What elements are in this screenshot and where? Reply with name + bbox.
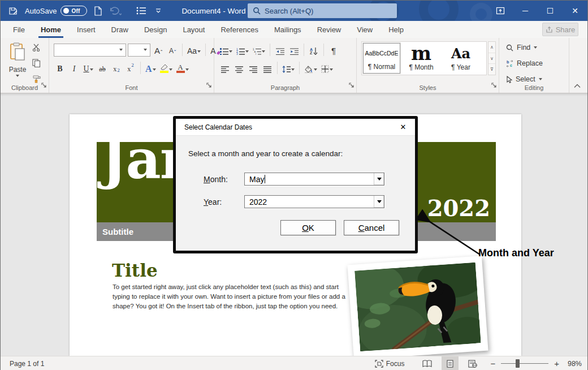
tab-design[interactable]: Design: [136, 21, 175, 38]
style-card-normal[interactable]: AaBbCcDdE ¶ Normal: [363, 43, 400, 74]
new-document-icon[interactable]: [94, 6, 102, 16]
month-combobox[interactable]: May: [244, 173, 384, 186]
ok-button[interactable]: OK: [280, 220, 336, 235]
shrink-font-button[interactable]: Aˇ: [166, 43, 179, 57]
web-layout-button[interactable]: [463, 356, 482, 370]
gallery-scroll-down-icon[interactable]: ∨: [488, 53, 495, 64]
autosave-toggle[interactable]: AutoSave Off: [25, 6, 87, 16]
show-hide-pilcrow-button[interactable]: ¶: [327, 43, 340, 57]
numbering-button[interactable]: 123: [235, 43, 250, 57]
change-case-button[interactable]: Aa: [186, 43, 202, 57]
replace-button[interactable]: bc Replace: [506, 57, 569, 70]
tab-layout[interactable]: Layout: [175, 21, 213, 38]
year-combobox[interactable]: 2022: [244, 195, 384, 208]
grow-font-button[interactable]: Aˆ: [152, 43, 165, 57]
align-center-button[interactable]: [233, 61, 245, 75]
italic-button[interactable]: I: [68, 61, 80, 75]
share-button[interactable]: Share: [542, 23, 578, 36]
shading-button[interactable]: [303, 61, 318, 75]
copy-icon[interactable]: [32, 59, 41, 70]
tab-insert[interactable]: Insert: [69, 21, 103, 38]
paragraph-dialog-launcher-icon[interactable]: [349, 80, 354, 91]
photo-frame[interactable]: [347, 256, 488, 360]
focus-mode-button[interactable]: Focus: [370, 356, 410, 370]
close-button[interactable]: ✕: [563, 1, 587, 21]
highlight-color-button[interactable]: [159, 61, 174, 75]
style-card-month[interactable]: m ¶ Month: [403, 43, 440, 74]
tab-references[interactable]: References: [213, 21, 266, 38]
read-mode-button[interactable]: [417, 356, 437, 370]
zoom-in-button[interactable]: +: [553, 359, 560, 368]
tab-help[interactable]: Help: [381, 21, 412, 38]
ribbon-display-options-icon[interactable]: [488, 1, 513, 21]
borders-button[interactable]: [320, 61, 334, 75]
justify-button[interactable]: [261, 61, 274, 75]
decrease-indent-icon: [276, 48, 284, 55]
quick-access-list-icon[interactable]: [136, 7, 146, 15]
tab-view[interactable]: View: [349, 21, 381, 38]
chevron-down-icon: [90, 68, 93, 71]
bullets-button[interactable]: [219, 43, 234, 57]
cut-icon[interactable]: [32, 44, 41, 54]
paste-button[interactable]: Paste: [5, 42, 30, 77]
line-spacing-button[interactable]: [281, 61, 296, 75]
font-name-combobox[interactable]: [54, 44, 126, 57]
underline-button[interactable]: U: [82, 61, 94, 75]
dialog-title: Select Calendar Dates: [184, 123, 397, 131]
bold-button[interactable]: B: [54, 61, 66, 75]
subscript-button[interactable]: x2: [110, 61, 123, 75]
chevron-down-icon: [119, 49, 123, 51]
styles-dialog-launcher-icon[interactable]: [491, 80, 497, 91]
gallery-scroll-up-icon[interactable]: ∧: [488, 42, 495, 53]
font-dialog-launcher-icon[interactable]: [206, 80, 212, 91]
tab-draw[interactable]: Draw: [103, 21, 136, 38]
multilevel-list-button[interactable]: 1ai: [252, 43, 266, 57]
tab-mailings[interactable]: Mailings: [266, 21, 309, 38]
month-dropdown-button[interactable]: [374, 173, 384, 185]
tab-home[interactable]: Home: [33, 21, 69, 38]
autosave-switch[interactable]: Off: [60, 6, 87, 16]
maximize-button[interactable]: ☐: [538, 1, 563, 21]
cancel-button[interactable]: Cancel: [344, 220, 399, 235]
find-button[interactable]: Find: [506, 41, 569, 54]
dialog-close-icon[interactable]: ✕: [397, 123, 409, 131]
align-left-button[interactable]: [219, 61, 231, 75]
strikethrough-button[interactable]: ab: [96, 61, 109, 75]
increase-indent-button[interactable]: [288, 43, 300, 57]
zoom-slider-thumb[interactable]: [516, 359, 520, 368]
save-icon[interactable]: [8, 6, 18, 16]
chevron-down-icon: [539, 78, 542, 80]
undo-icon[interactable]: [109, 6, 122, 15]
sort-button[interactable]: A Z: [308, 43, 320, 57]
chevron-down-icon: [262, 50, 265, 53]
style-card-year[interactable]: Aa ¶ Year: [442, 43, 479, 74]
zoom-level[interactable]: 98%: [560, 360, 582, 368]
zoom-slider[interactable]: [501, 363, 548, 364]
align-right-button[interactable]: [247, 61, 260, 75]
document-body-text[interactable]: To get started right away, just click an…: [113, 282, 352, 311]
font-color-button[interactable]: A: [175, 61, 190, 75]
dropdown-arrow-icon: [377, 178, 382, 180]
page-indicator[interactable]: Page 1 of 1: [1, 360, 44, 368]
decrease-indent-button[interactable]: [274, 43, 286, 57]
document-title: Document4 - Word: [181, 7, 245, 15]
focus-label: Focus: [386, 360, 405, 368]
text-effects-button[interactable]: A: [144, 61, 157, 75]
zoom-out-button[interactable]: −: [489, 359, 496, 368]
document-title-placeholder[interactable]: Title: [112, 260, 158, 281]
superscript-button[interactable]: x2: [124, 61, 137, 75]
clipboard-dialog-launcher-icon[interactable]: [41, 80, 47, 91]
year-dropdown-button[interactable]: [374, 196, 384, 208]
select-button[interactable]: Select: [506, 73, 569, 85]
print-layout-button[interactable]: [442, 356, 459, 370]
search-box[interactable]: Search (Alt+Q): [248, 3, 397, 18]
minimize-button[interactable]: ─: [513, 1, 538, 21]
font-size-combobox[interactable]: [128, 44, 150, 57]
customize-qat-chevron-icon[interactable]: [155, 8, 161, 14]
tab-file[interactable]: File: [5, 21, 33, 38]
tab-review[interactable]: Review: [309, 21, 349, 38]
collapse-ribbon-icon[interactable]: [574, 83, 581, 89]
subtitle-text: Subtitle: [102, 227, 133, 236]
gallery-more-icon[interactable]: ⊽: [488, 64, 495, 75]
dialog-title-bar[interactable]: Select Calendar Dates ✕: [176, 119, 415, 136]
